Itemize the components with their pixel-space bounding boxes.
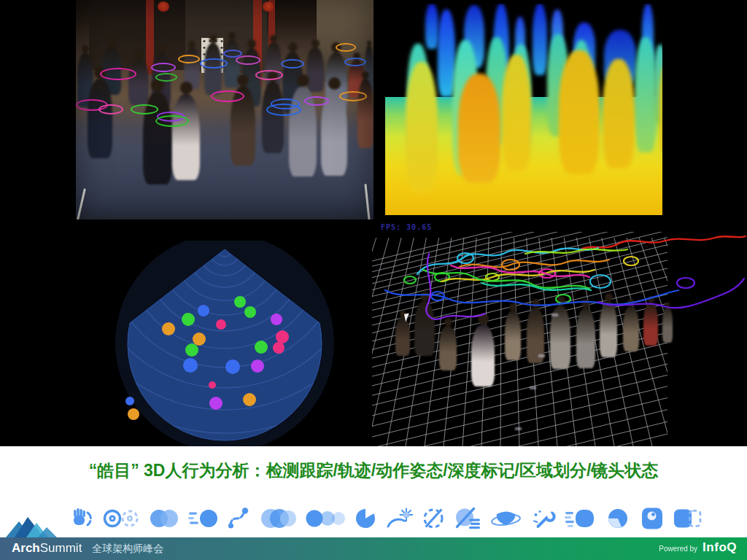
tracking-ellipse [76,99,108,111]
person-figure [266,35,282,88]
radar-dot [193,332,206,346]
route-path-icon [226,506,251,531]
depth-silhouette [533,4,547,75]
radar-dot [255,341,268,354]
person-head [297,74,309,87]
tracking-ellipse [178,55,200,63]
person-figure [102,38,121,95]
tracking-ellipse [157,112,185,122]
person-head [228,32,236,39]
person-head [247,39,256,48]
arc-sparkle-icon [385,506,413,531]
person-figure [204,35,222,95]
person-torso [88,79,112,158]
person-figure [242,39,261,106]
red-pillar [146,0,154,74]
person-figure [325,42,347,114]
person-head [362,71,369,79]
radar-dot [243,393,256,406]
radar-dot [244,306,256,318]
group-circles-icon [258,506,298,531]
storefront-window [89,0,185,70]
person-figure [289,74,317,176]
person-head [157,44,166,52]
depth-view [385,4,662,215]
person-torso [102,47,121,95]
tracking-ellipse [131,104,158,114]
person-torso [231,86,255,166]
radar-dot [251,359,264,373]
tracking-ellipse [271,98,300,109]
person-head [94,67,106,79]
person-figure [128,50,149,105]
tracking-targets-icon [102,506,140,531]
brand-summit: Summit [40,541,82,555]
depth-map-panel [374,0,747,234]
person-head [311,39,320,47]
motion-trail-icon [305,506,346,531]
footer-brand: ArchSummit全球架构师峰会 [12,541,163,556]
radar-dot [125,397,134,405]
person-torso [289,87,317,176]
person-head [188,41,196,48]
tracking-ellipse [255,70,283,80]
speed-block-icon [565,506,597,531]
radar-dot [183,358,198,373]
no-detection-icon [420,506,446,531]
person-head [367,41,371,45]
person-torso [365,45,374,93]
person-torso [357,79,374,148]
person-head [180,82,193,94]
person-figure [349,52,365,98]
tracking-ellipse [336,43,356,52]
radar-dot [276,330,289,343]
calibration-poster [201,38,223,73]
tracking-ellipse [98,104,123,114]
fps-readout: FPS: 30.65 [381,223,432,231]
person-head [328,77,341,90]
hand-gesture-icon [69,506,95,531]
person-figure [282,42,303,114]
camera-card-icon [639,506,665,531]
person-torso [262,82,284,153]
motion-blob-icon [188,506,219,531]
footer-powered: Powered by InfoQ [659,540,737,555]
person-head [134,50,144,59]
person-head [270,35,277,42]
radar-dot [225,359,240,374]
person-torso [172,94,200,180]
person-head [151,79,164,92]
radar-dot [185,343,198,357]
person-torso [152,52,171,108]
person-torso [224,39,240,88]
person-head [209,35,217,43]
person-figure [184,41,200,89]
radar-dot [234,296,246,308]
occlusion-layers-icon [454,506,483,531]
tracking-ellipse [223,50,242,58]
distance-marker [515,427,522,430]
pie-chart-icon [353,506,378,531]
depth-silhouettes-layer [385,4,662,215]
depth-silhouette [406,62,438,193]
radar-dot [128,408,139,420]
person-head [82,45,89,52]
corner-mark [364,184,370,219]
distance-markers-layer [372,232,747,446]
radar-dot [209,397,222,410]
radar-dot [216,319,226,330]
distance-marker [551,314,558,316]
video-wall: FPS: 30.65 [0,0,747,446]
radar-dot [162,322,175,335]
tracking-ellipse [266,104,301,116]
person-figure [306,39,324,92]
pointcloud-3d-panel [372,232,747,446]
person-torso [143,92,172,184]
zone-orbit-icon [490,506,522,531]
tracking-ellipse [151,63,176,72]
camera-tracking-panel [76,0,374,219]
radar-top-view-panel [102,241,350,446]
toolbar-icon-row [69,505,703,532]
distance-marker [530,386,536,389]
radar-dot [273,342,285,354]
